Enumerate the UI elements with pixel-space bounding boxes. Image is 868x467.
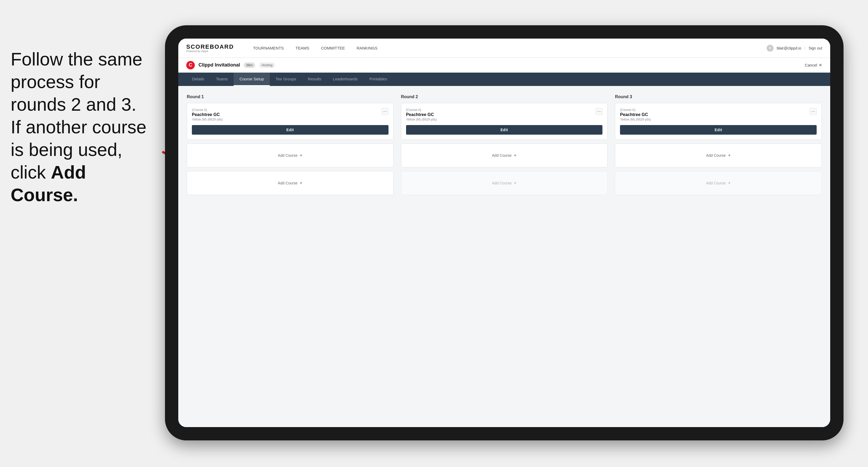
course-details-r3-a: Yellow (M) (6629 yds) bbox=[620, 118, 651, 121]
course-name-r3-a: Peachtree GC bbox=[620, 112, 651, 117]
round-3-title: Round 3 bbox=[615, 94, 822, 99]
tournament-name: Clippd Invitational bbox=[198, 62, 240, 68]
card-menu-r1-a[interactable]: ⋯ bbox=[381, 108, 389, 115]
nav-avatar: B bbox=[767, 45, 774, 52]
plus-icon-r3-1: + bbox=[728, 153, 731, 158]
course-card-r2-a: (Course A) Peachtree GC Yellow (M) (6629… bbox=[401, 103, 608, 140]
course-details-r2-a: Yellow (M) (6629 yds) bbox=[406, 118, 437, 121]
course-name-r2-a: Peachtree GC bbox=[406, 112, 437, 117]
add-course-r1-text2: Add Course bbox=[278, 181, 298, 185]
add-course-r2-text2: Add Course bbox=[492, 181, 512, 185]
scoreboard-logo: SCOREBOARD Powered by clippd bbox=[186, 43, 234, 53]
sign-out-link[interactable]: Sign out bbox=[809, 46, 822, 50]
tab-tee-groups[interactable]: Tee Groups bbox=[270, 73, 302, 86]
course-label-r3-a: (Course A) bbox=[620, 108, 651, 112]
course-card-r1-a-header: (Course A) Peachtree GC Yellow (M) (6629… bbox=[192, 108, 389, 121]
rounds-grid: Round 1 (Course A) Peachtree GC Yellow (… bbox=[187, 94, 822, 199]
tab-leaderboards[interactable]: Leaderboards bbox=[327, 73, 364, 86]
add-course-r3-text2: Add Course bbox=[706, 181, 726, 185]
add-course-r3-text: Add Course bbox=[706, 153, 726, 158]
course-card-r1-a-info: (Course A) Peachtree GC Yellow (M) (6629… bbox=[192, 108, 223, 121]
nav-user-email: blair@clippd.io bbox=[777, 46, 801, 50]
nav-right: B blair@clippd.io | Sign out bbox=[767, 45, 822, 52]
tab-course-setup[interactable]: Course Setup bbox=[234, 73, 270, 86]
nav-rankings[interactable]: RANKINGS bbox=[351, 39, 383, 58]
sub-header: C Clippd Invitational Men Hosting Cancel… bbox=[178, 58, 830, 73]
course-card-r2-a-info: (Course A) Peachtree GC Yellow (M) (6629… bbox=[406, 108, 437, 121]
tab-bar: Details Teams Course Setup Tee Groups Re… bbox=[178, 73, 830, 86]
card-menu-r3-a[interactable]: ⋯ bbox=[810, 108, 817, 115]
add-course-r1-slot2-label: Add Course + bbox=[278, 180, 302, 186]
add-course-r3-slot1[interactable]: Add Course + bbox=[615, 144, 822, 167]
sub-header-left: C Clippd Invitational Men Hosting bbox=[186, 61, 275, 69]
add-course-r1-slot1-label: Add Course + bbox=[278, 153, 302, 158]
round-2-column: Round 2 (Course A) Peachtree GC Yellow (… bbox=[401, 94, 608, 199]
edit-button-r3-a[interactable]: Edit bbox=[620, 125, 817, 135]
plus-icon-r1-1: + bbox=[300, 153, 303, 158]
tab-printables[interactable]: Printables bbox=[364, 73, 393, 86]
tablet-screen: SCOREBOARD Powered by clippd TOURNAMENTS… bbox=[178, 39, 830, 427]
plus-icon-r3-2: + bbox=[728, 180, 731, 186]
add-course-r2-text: Add Course bbox=[492, 153, 512, 158]
add-course-r2-slot2-label: Add Course + bbox=[492, 180, 517, 186]
logo-sub-text: Powered by clippd bbox=[186, 50, 234, 53]
course-card-r1-a: (Course A) Peachtree GC Yellow (M) (6629… bbox=[187, 103, 394, 140]
add-course-r3-slot1-label: Add Course + bbox=[706, 153, 731, 158]
edit-button-r1-a[interactable]: Edit bbox=[192, 125, 389, 135]
tournament-badge: Men bbox=[244, 63, 255, 68]
course-card-r3-a: (Course A) Peachtree GC Yellow (M) (6629… bbox=[615, 103, 822, 140]
instruction-panel: Follow the same process for rounds 2 and… bbox=[0, 37, 165, 217]
course-details-r1-a: Yellow (M) (6629 yds) bbox=[192, 118, 223, 121]
round-2-title: Round 2 bbox=[401, 94, 608, 99]
tab-teams[interactable]: Teams bbox=[210, 73, 234, 86]
close-icon: ✕ bbox=[819, 63, 822, 68]
instruction-text: Follow the same process for rounds 2 and… bbox=[11, 49, 146, 205]
course-label-r2-a: (Course A) bbox=[406, 108, 437, 112]
add-course-r1-slot2[interactable]: Add Course + bbox=[187, 171, 394, 195]
add-course-r3-slot2-label: Add Course + bbox=[706, 180, 731, 186]
course-name-r1-a: Peachtree GC bbox=[192, 112, 223, 117]
top-nav: SCOREBOARD Powered by clippd TOURNAMENTS… bbox=[178, 39, 830, 58]
tab-results[interactable]: Results bbox=[302, 73, 327, 86]
edit-button-r2-a[interactable]: Edit bbox=[406, 125, 603, 135]
nav-divider: | bbox=[804, 46, 805, 50]
logo-main-text: SCOREBOARD bbox=[186, 43, 234, 50]
plus-icon-r2-2: + bbox=[514, 180, 517, 186]
tablet-frame: SCOREBOARD Powered by clippd TOURNAMENTS… bbox=[165, 25, 843, 440]
course-card-r3-a-header: (Course A) Peachtree GC Yellow (M) (6629… bbox=[620, 108, 817, 121]
nav-committee[interactable]: COMMITTEE bbox=[315, 39, 351, 58]
tab-details[interactable]: Details bbox=[186, 73, 210, 86]
content-area: Round 1 (Course A) Peachtree GC Yellow (… bbox=[178, 86, 830, 427]
hosting-badge: Hosting bbox=[259, 63, 275, 68]
add-course-r1-slot1[interactable]: Add Course + bbox=[187, 144, 394, 167]
add-course-r2-slot1[interactable]: Add Course + bbox=[401, 144, 608, 167]
add-course-r1-text: Add Course bbox=[278, 153, 298, 158]
plus-icon-r2-1: + bbox=[514, 153, 517, 158]
round-3-column: Round 3 (Course A) Peachtree GC Yellow (… bbox=[615, 94, 822, 199]
nav-tournaments[interactable]: TOURNAMENTS bbox=[247, 39, 290, 58]
round-1-title: Round 1 bbox=[187, 94, 394, 99]
cancel-button[interactable]: Cancel ✕ bbox=[805, 63, 822, 68]
card-menu-r2-a[interactable]: ⋯ bbox=[595, 108, 602, 115]
nav-teams[interactable]: TEAMS bbox=[289, 39, 315, 58]
brand-logo: C bbox=[186, 61, 195, 69]
course-label-r1-a: (Course A) bbox=[192, 108, 223, 112]
add-course-emphasis: Add Course. bbox=[11, 162, 86, 205]
plus-icon-r1-2: + bbox=[300, 180, 303, 186]
cancel-label: Cancel bbox=[805, 63, 817, 67]
nav-links: TOURNAMENTS TEAMS COMMITTEE RANKINGS bbox=[247, 39, 767, 58]
course-card-r3-a-info: (Course A) Peachtree GC Yellow (M) (6629… bbox=[620, 108, 651, 121]
add-course-r3-slot2: Add Course + bbox=[615, 171, 822, 195]
course-card-r2-a-header: (Course A) Peachtree GC Yellow (M) (6629… bbox=[406, 108, 603, 121]
add-course-r2-slot1-label: Add Course + bbox=[492, 153, 517, 158]
add-course-r2-slot2: Add Course + bbox=[401, 171, 608, 195]
round-1-column: Round 1 (Course A) Peachtree GC Yellow (… bbox=[187, 94, 394, 199]
